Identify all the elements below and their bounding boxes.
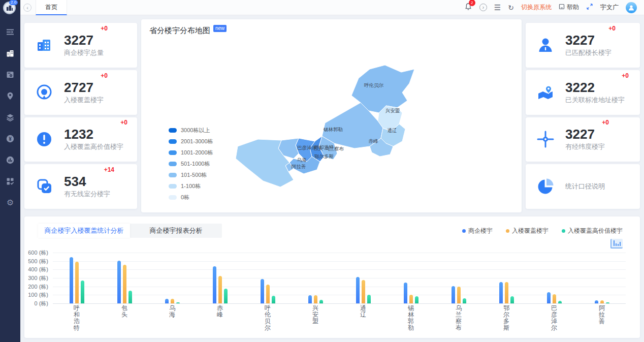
bar[interactable]: [319, 300, 323, 303]
bar[interactable]: [171, 299, 174, 303]
refresh-button[interactable]: ↻: [508, 4, 514, 12]
bar-chart-plot: [53, 253, 626, 303]
help-button[interactable]: 帮助: [559, 3, 579, 12]
bar[interactable]: [308, 295, 312, 303]
y-axis-label: 0 (栋): [35, 300, 49, 307]
stat-card-standard-address[interactable]: +0 3222 已关联标准地址楼宇: [526, 70, 640, 115]
stat-card-indoor-wireless-buildings[interactable]: +14 534 有无线室分楼宇: [24, 164, 137, 209]
bar[interactable]: [595, 300, 598, 303]
stat-card-high-value-buildings[interactable]: +0 1232 入楼覆盖高价值楼宇: [24, 117, 137, 162]
bar[interactable]: [457, 287, 461, 303]
bar[interactable]: [117, 261, 121, 303]
bar[interactable]: [404, 283, 407, 303]
stat-card-coverage-buildings[interactable]: +0 2727 入楼覆盖楼宇: [24, 70, 137, 115]
chart-legend-item[interactable]: 商企楼宇: [462, 227, 493, 235]
bar[interactable]: [553, 294, 556, 303]
map-panel: 省分楼宇分布地图 new 呼伦贝尔兴安盟锡林郭勒通辽赤峰乌兰察布呼和浩特包头巴彦…: [141, 19, 522, 212]
username[interactable]: 宇文广: [600, 3, 619, 12]
bar[interactable]: [128, 291, 132, 303]
bar[interactable]: [81, 281, 84, 303]
sidebar: 2.0 ¥ ⚙: [0, 0, 20, 342]
map-legend-item[interactable]: 101-500栋: [169, 171, 213, 179]
sidebar-item-collapse[interactable]: [0, 21, 20, 43]
expand-arrows-icon: [586, 3, 593, 12]
bar[interactable]: [314, 295, 317, 303]
sidebar-item-finance[interactable]: ¥: [0, 128, 20, 149]
bar[interactable]: [606, 302, 609, 303]
x-axis-label: 锡林郭勒: [387, 305, 435, 331]
avatar[interactable]: [626, 2, 637, 13]
bar[interactable]: [75, 262, 79, 303]
bar[interactable]: [510, 296, 514, 303]
x-axis: 呼和浩特包头乌海赤峰呼伦贝尔兴安盟通辽锡林郭勒乌兰察布鄂尔多斯巴彦淖尔阿拉善: [53, 305, 626, 331]
bar[interactable]: [224, 289, 228, 303]
chart-legend-item[interactable]: 入楼覆盖高价值楼宇: [562, 227, 623, 235]
sidebar-item-layers[interactable]: [0, 107, 20, 128]
map-legend-item[interactable]: 0栋: [169, 194, 213, 201]
bar[interactable]: [261, 279, 264, 303]
bar[interactable]: [547, 292, 551, 304]
bar[interactable]: [266, 285, 270, 304]
y-axis-label: 300 (栋): [28, 274, 48, 282]
bar[interactable]: [409, 295, 413, 303]
forward-circle-button[interactable]: ›: [479, 4, 487, 11]
stat-card-total-buildings[interactable]: +0 3227 商企楼宇总量: [24, 23, 137, 68]
person-icon: [536, 36, 555, 55]
legend-swatch: [169, 139, 177, 144]
help-label: 帮助: [567, 3, 579, 12]
sidebar-item-apps[interactable]: [0, 171, 20, 192]
bar[interactable]: [415, 296, 418, 303]
bar[interactable]: [176, 302, 180, 303]
bar[interactable]: [218, 276, 222, 303]
bar[interactable]: [70, 257, 73, 303]
x-axis-label: 呼伦贝尔: [244, 305, 292, 331]
map-legend-item[interactable]: 3000栋以上: [169, 127, 213, 134]
bar[interactable]: [362, 280, 365, 303]
map-legend-item[interactable]: 2001-3000栋: [169, 138, 213, 145]
bar[interactable]: [272, 296, 275, 303]
x-axis-label: 乌兰察布: [435, 305, 482, 331]
app-logo[interactable]: 2.0: [0, 0, 20, 15]
notifications-button[interactable]: 2: [464, 3, 472, 13]
stat-card-matched-managers[interactable]: +0 3227 已匹配楼长楼宇: [526, 23, 640, 68]
bar[interactable]: [499, 282, 503, 304]
sidebar-item-settings[interactable]: ⚙: [0, 192, 20, 213]
stat-value: 3222: [565, 80, 625, 95]
bar[interactable]: [367, 295, 371, 303]
sidebar-item-analytics[interactable]: [0, 149, 20, 171]
stat-card-statistics-note[interactable]: 统计口径说明: [526, 164, 640, 209]
stat-label: 有经纬度楼宇: [565, 142, 605, 151]
bar[interactable]: [356, 277, 360, 303]
stat-delta: +14: [104, 166, 114, 173]
stat-label: 商企楼宇总量: [64, 48, 104, 57]
map-legend-item[interactable]: 1-100栋: [169, 182, 213, 190]
bar[interactable]: [463, 298, 466, 303]
bar-chart-toolbox-icon[interactable]: [610, 239, 623, 248]
svg-text:¥: ¥: [9, 136, 12, 142]
chart-legend-item[interactable]: 入楼覆盖楼宇: [506, 227, 549, 235]
menu-button[interactable]: ☰: [494, 3, 501, 12]
tab-coverage-analysis[interactable]: 商企楼宇入楼覆盖统计分析: [38, 224, 130, 238]
sidebar-item-report[interactable]: [0, 64, 20, 85]
bar[interactable]: [505, 282, 508, 304]
bar[interactable]: [452, 286, 455, 303]
stat-delta: +0: [101, 25, 108, 32]
bar-group: [482, 253, 530, 303]
tab-home[interactable]: 首页: [36, 0, 67, 15]
bar[interactable]: [558, 301, 562, 303]
legend-swatch: [169, 195, 177, 200]
stat-card-geocoded[interactable]: +0 3227 有经纬度楼宇: [526, 117, 640, 162]
map-legend-item[interactable]: 501-1000栋: [169, 160, 213, 168]
switch-system-link[interactable]: 切换原系统: [521, 3, 552, 12]
map-legend-item[interactable]: 1001-2000栋: [169, 149, 213, 157]
bar[interactable]: [165, 299, 169, 303]
fullscreen-button[interactable]: [586, 3, 593, 12]
bar-group: [578, 253, 626, 303]
bar[interactable]: [123, 265, 126, 303]
bar[interactable]: [213, 266, 216, 303]
sidebar-item-buildings[interactable]: [0, 43, 20, 64]
sidebar-item-location[interactable]: [0, 85, 20, 107]
bar[interactable]: [600, 300, 604, 303]
back-icon[interactable]: ‹: [23, 4, 31, 12]
tab-report-analysis[interactable]: 商企楼宇报表分析: [130, 224, 222, 238]
